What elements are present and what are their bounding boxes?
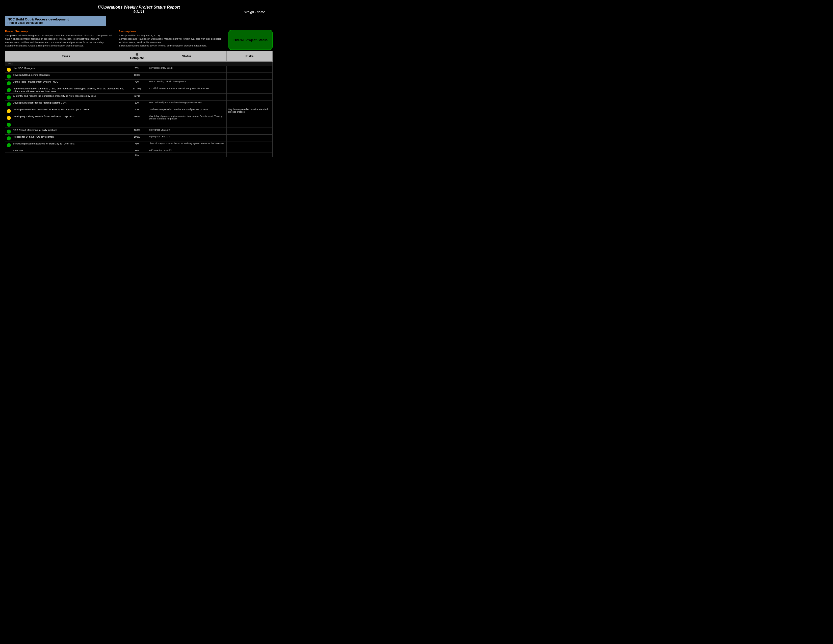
status-cell: Need to identify the Baseline alerting s… <box>147 100 227 107</box>
group-label: Phase <box>5 62 273 66</box>
risks-cell <box>227 66 272 73</box>
project-summary-title: Project Summary: <box>5 30 114 33</box>
status-dot-green <box>7 136 11 140</box>
status-cell: In-Progress (May 2014) <box>147 66 227 73</box>
table-row: Scheduling resource assigned for start M… <box>5 142 273 148</box>
pct-cell: 10% <box>127 100 147 107</box>
page-subtitle: 5/31/13 <box>5 10 273 13</box>
status-cell: to Ensure the base SNI <box>147 148 227 153</box>
table-row: Develop Maintenance Processes for Error … <box>5 107 273 114</box>
assumptions-items: 1. Project will be live by (June 1, 2013… <box>119 34 227 47</box>
status-cell: In-progress 05/31/13 <box>147 128 227 135</box>
task-label: Define Tools - Management System - NOC <box>13 80 58 83</box>
table-row: Hire NOC Managers 75% In-Progress (May 2… <box>5 66 273 73</box>
project-summary-text: This project will be building a NOC to s… <box>5 34 114 47</box>
overall-status-label: Overall Project Status <box>233 38 268 42</box>
task-label: Develop Maintenance Processes for Error … <box>13 108 90 111</box>
pct-cell: 75% <box>127 66 147 73</box>
task-cell: Identify documentation standards (ITSM) … <box>5 86 127 94</box>
task-label: Hire NOC Managers <box>13 67 35 69</box>
page-title: ITOperations Weekly Project Status Repor… <box>5 5 273 10</box>
content-area: Project Summary: This project will be bu… <box>5 30 273 47</box>
table-row <box>5 121 273 128</box>
pct-cell: In-Pro <box>127 94 147 100</box>
status-cell: Has been completed of baseline standard … <box>147 107 227 114</box>
task-cell: Developing Training Material for Procedu… <box>5 114 127 121</box>
project-header-section: NOC Build Out & Process development Proj… <box>5 16 273 27</box>
table-row: NOC Report Monitoring for daily function… <box>5 128 273 135</box>
pct-cell: 10% <box>127 107 147 114</box>
table-row: Develop NOC post Process Alerting system… <box>5 100 273 107</box>
task-cell: Define Tools - Management System - NOC <box>5 80 127 86</box>
pct-cell: 0% <box>127 148 147 153</box>
risks-cell <box>227 73 272 80</box>
task-label: Developing Training Material for Procedu… <box>13 115 74 118</box>
pct-cell: 100% <box>127 135 147 142</box>
status-dot-green <box>7 88 11 92</box>
table-row: 0% <box>5 153 273 157</box>
task-label: Scheduling resource assigned for start M… <box>13 142 74 145</box>
task-label: Develop NOC post Process Alerting system… <box>13 101 67 104</box>
pct-cell: 100% <box>127 114 147 121</box>
assumptions-title: Assumptions: <box>119 30 227 33</box>
table-row: Develop NOC & alerting standards 100% <box>5 73 273 80</box>
project-lead: Project Lead: Derek Moore <box>8 21 103 24</box>
pct-cell: 75% <box>127 142 147 148</box>
risks-cell <box>227 121 272 128</box>
task-cell: Develop NOC post Process Alerting system… <box>5 100 127 107</box>
status-cell: May delay of process implementation from… <box>147 114 227 121</box>
pct-cell <box>127 121 147 128</box>
page-header: ITOperations Weekly Project Status Repor… <box>5 5 273 13</box>
status-cell <box>147 153 227 157</box>
status-dot-green <box>7 74 11 79</box>
status-cell <box>147 73 227 80</box>
table-header-row: Tasks % Complete Status Risks <box>5 51 273 62</box>
assumption-2: 2. Processes and Practices in Operations… <box>119 37 227 44</box>
assumption-1: 1. Project will be live by (June 1, 2013… <box>119 34 227 37</box>
table-row: Developing Training Material for Procedu… <box>5 114 273 121</box>
risks-cell: May be completed of baseline standard pr… <box>227 107 272 114</box>
table-group-row: Phase <box>5 62 273 66</box>
task-label: Develop NOC & alerting standards <box>13 74 50 76</box>
overall-status-box: Overall Project Status <box>228 30 273 50</box>
task-cell: Hire NOC Managers <box>5 66 127 73</box>
task-cell: Process for 24-hour NOC development <box>5 135 127 142</box>
table-row: Identify documentation standards (ITSM) … <box>5 86 273 94</box>
risks-cell <box>227 148 272 153</box>
pct-cell: 0% <box>127 153 147 157</box>
pct-cell: In-Prog <box>127 86 147 94</box>
status-dot-green <box>7 95 11 100</box>
status-dot-green <box>7 130 11 134</box>
risks-cell <box>227 135 272 142</box>
task-label: Process for 24-hour NOC development <box>13 135 54 138</box>
risks-cell <box>227 94 272 100</box>
col-tasks: Tasks <box>5 51 127 62</box>
status-cell <box>147 94 227 100</box>
project-header-box: NOC Build Out & Process development Proj… <box>5 16 106 26</box>
risks-cell <box>227 114 272 121</box>
pct-cell: 75% <box>127 80 147 86</box>
status-dot-green <box>7 81 11 85</box>
task-cell: NOC Report Monitoring for daily function… <box>5 128 127 135</box>
col-status: Status <box>147 51 227 62</box>
task-cell <box>5 121 127 128</box>
table-row: 2. Identify and Prepare the Completion o… <box>5 94 273 100</box>
table-row: Define Tools - Management System - NOC 7… <box>5 80 273 86</box>
task-cell: After Test <box>5 148 127 153</box>
company-logo: Design Theme <box>244 10 265 14</box>
status-dot-green <box>7 102 11 106</box>
task-label: After Test <box>13 149 23 152</box>
status-dot-yellow <box>7 68 11 72</box>
task-cell: Develop NOC & alerting standards <box>5 73 127 80</box>
status-cell: Needs: Hosting Data in development <box>147 80 227 86</box>
risks-cell <box>227 80 272 86</box>
task-label: NOC Report Monitoring for daily function… <box>13 129 57 131</box>
task-label: 2. Identify and Prepare the Completion o… <box>13 95 96 97</box>
tasks-table: Tasks % Complete Status Risks Phase Hire… <box>5 51 273 157</box>
status-dot-yellow <box>7 109 11 113</box>
project-name: NOC Build Out & Process development <box>8 18 103 21</box>
project-summary-section: Project Summary: This project will be bu… <box>5 30 114 47</box>
status-dot-green <box>7 143 11 147</box>
table-row: After Test 0% to Ensure the base SNI <box>5 148 273 153</box>
table-row: Process for 24-hour NOC development 100%… <box>5 135 273 142</box>
